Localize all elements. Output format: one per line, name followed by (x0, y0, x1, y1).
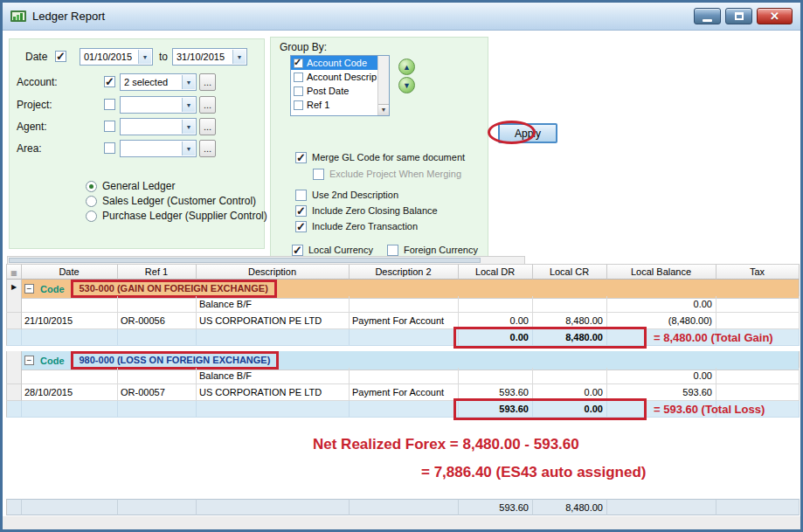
cell-local-dr[interactable]: 593.60 (459, 384, 533, 401)
cell-date[interactable] (22, 296, 118, 313)
cell-description2[interactable] (350, 368, 459, 384)
option-checkbox[interactable] (295, 205, 307, 217)
cell-tax[interactable] (716, 313, 800, 329)
group-header-gain[interactable]: ▶ − Code 530-000 (GAIN ON FOREIGN EXCHAN… (6, 280, 800, 296)
cell-ref1[interactable] (118, 296, 197, 313)
area-browse-button[interactable]: ... (199, 140, 216, 157)
cell-tax[interactable] (716, 296, 800, 313)
groupby-item-post-date[interactable]: Post Date (291, 84, 378, 98)
cell-ref1[interactable] (118, 368, 197, 384)
cell-local-dr[interactable]: 0.00 (459, 313, 533, 329)
apply-button[interactable]: Apply (498, 123, 557, 143)
cell-tax[interactable] (716, 368, 800, 384)
table-row[interactable]: Balance B/F 0.00 (6, 368, 800, 384)
cell-date[interactable]: 28/10/2015 (22, 384, 118, 401)
titlebar[interactable]: Ledger Report ✕ (3, 3, 800, 31)
list-scrollbar[interactable]: ▼ (377, 56, 389, 115)
groupby-item-account-descrip[interactable]: Account Descrip (291, 70, 378, 84)
option-checkbox[interactable] (295, 152, 307, 163)
cell-description2[interactable]: Payment For Account (350, 384, 459, 401)
project-browse-button[interactable]: ... (199, 96, 216, 114)
option-exclude-project[interactable]: Exclude Project When Merging (313, 169, 461, 180)
account-browse-button[interactable]: ... (199, 73, 216, 91)
cell-local-balance[interactable]: 593.60 (607, 384, 716, 401)
col-header-local-balance[interactable]: Local Balance (607, 264, 716, 280)
col-header-description2[interactable]: Description 2 (350, 264, 459, 280)
option-checkbox[interactable] (295, 221, 307, 232)
agent-browse-button[interactable]: ... (199, 118, 216, 135)
area-dropdown[interactable]: ▼ (120, 140, 197, 157)
table-row[interactable]: Balance B/F 0.00 (6, 296, 800, 313)
project-dropdown[interactable]: ▼ (120, 96, 197, 114)
minimize-button[interactable] (694, 8, 721, 24)
maximize-button[interactable] (725, 8, 752, 24)
col-header-date[interactable]: Date (22, 264, 118, 280)
area-checkbox[interactable] (104, 142, 115, 154)
chevron-down-icon[interactable]: ▼ (182, 120, 195, 134)
cell-local-balance[interactable]: 0.00 (607, 368, 716, 384)
col-header-description[interactable]: Description (197, 264, 350, 280)
move-down-button[interactable]: ▼ (398, 77, 415, 93)
option-foreign-currency[interactable]: Foreign Currency (387, 245, 478, 256)
option-include-zero-transaction[interactable]: Include Zero Transaction (295, 221, 418, 232)
groupby-item-ref1[interactable]: Ref 1 (291, 98, 378, 112)
radio-sales-ledger[interactable] (86, 196, 97, 207)
move-up-button[interactable]: ▲ (398, 59, 415, 75)
cell-date[interactable] (22, 368, 118, 384)
account-checkbox[interactable] (104, 76, 115, 87)
option-checkbox[interactable] (295, 190, 307, 201)
cell-description[interactable]: Balance B/F (197, 296, 350, 313)
cell-description2[interactable] (350, 296, 459, 313)
groupby-checkbox[interactable] (294, 86, 303, 96)
col-header-local-dr[interactable]: Local DR (459, 264, 533, 280)
option-use-2nd-description[interactable]: Use 2nd Description (295, 190, 398, 201)
cell-description[interactable]: Balance B/F (197, 368, 350, 384)
date-to-dropdown[interactable]: 31/10/2015 ▼ (172, 48, 247, 66)
option-checkbox[interactable] (387, 245, 398, 256)
group-header-loss[interactable]: − Code 980-000 (LOSS ON FOREIGN EXCHANGE… (6, 351, 800, 368)
col-header-tax[interactable]: Tax (716, 264, 800, 280)
col-header-local-cr[interactable]: Local CR (533, 264, 607, 280)
collapse-icon[interactable]: − (24, 284, 34, 294)
groupby-checkbox[interactable] (294, 100, 303, 110)
cell-description[interactable]: US CORPORATION PE LTD (197, 384, 350, 401)
option-checkbox[interactable] (292, 245, 303, 256)
chevron-down-icon[interactable]: ▼ (182, 75, 195, 89)
groupby-checkbox[interactable] (294, 59, 303, 68)
project-checkbox[interactable] (104, 99, 115, 110)
close-button[interactable]: ✕ (757, 8, 793, 24)
cell-tax[interactable] (716, 384, 800, 401)
collapse-icon[interactable]: − (24, 356, 34, 365)
option-include-zero-closing[interactable]: Include Zero Closing Balance (295, 205, 438, 217)
cell-local-cr[interactable]: 0.00 (533, 384, 607, 401)
option-checkbox[interactable] (313, 169, 324, 180)
cell-description[interactable]: US CORPORATION PE LTD (197, 313, 350, 329)
scrollbar-thumb[interactable] (9, 258, 481, 263)
radio-purchase-ledger[interactable] (86, 211, 97, 222)
date-from-dropdown[interactable]: 01/10/2015 ▼ (80, 48, 153, 66)
chevron-down-icon[interactable]: ▼ (182, 142, 195, 155)
chevron-down-icon[interactable]: ▼ (232, 50, 246, 64)
cell-local-cr[interactable] (533, 296, 607, 313)
option-local-currency[interactable]: Local Currency (292, 245, 373, 256)
table-row[interactable]: 28/10/2015 OR-00057 US CORPORATION PE LT… (6, 384, 800, 401)
chevron-down-icon[interactable]: ▼ (182, 98, 195, 112)
scroll-down-icon[interactable]: ▼ (378, 104, 389, 115)
chevron-down-icon[interactable]: ▼ (138, 50, 151, 64)
option-merge-gl-code[interactable]: Merge GL Code for same document (295, 152, 465, 163)
cell-ref1[interactable]: OR-00057 (118, 384, 197, 401)
table-row[interactable]: 21/10/2015 OR-00056 US CORPORATION PE LT… (6, 313, 800, 329)
agent-dropdown[interactable]: ▼ (120, 118, 197, 135)
cell-local-balance[interactable]: (8,480.00) (607, 313, 716, 329)
cell-local-cr[interactable]: 8,480.00 (533, 313, 607, 329)
cell-description2[interactable]: Payment For Account (350, 313, 459, 329)
cell-local-dr[interactable] (459, 368, 533, 384)
cell-local-balance[interactable]: 0.00 (607, 296, 716, 313)
cell-ref1[interactable]: OR-00056 (118, 313, 197, 329)
agent-checkbox[interactable] (104, 121, 115, 132)
account-dropdown[interactable]: 2 selected ▼ (120, 73, 197, 91)
radio-general-ledger[interactable] (86, 181, 97, 192)
cell-local-cr[interactable] (533, 368, 607, 384)
groupby-checkbox[interactable] (294, 73, 303, 82)
col-header-ref1[interactable]: Ref 1 (118, 264, 197, 280)
